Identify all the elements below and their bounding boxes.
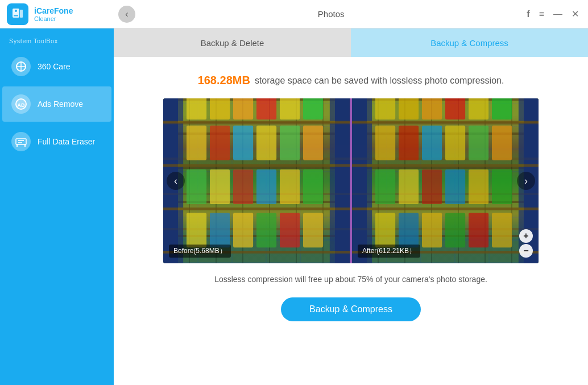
photo-before: Before(5.68MB） <box>163 98 350 263</box>
svg-rect-37 <box>303 169 323 204</box>
storage-info: 168.28MB storage space can be saved with… <box>198 74 504 87</box>
svg-rect-46 <box>352 121 539 124</box>
svg-rect-29 <box>256 126 276 160</box>
svg-rect-54 <box>469 98 488 119</box>
svg-rect-38 <box>187 213 206 247</box>
backup-compress-button[interactable]: Backup & Compress <box>281 297 421 321</box>
sidebar-item-full-data-eraser[interactable]: Full Data Eraser <box>2 124 111 159</box>
window-title: Photos <box>135 9 527 19</box>
360-care-icon <box>11 57 31 76</box>
svg-rect-50 <box>375 98 395 119</box>
zoom-controls: + − <box>519 229 533 258</box>
svg-rect-52 <box>422 98 442 119</box>
back-button[interactable]: ‹ <box>118 6 135 23</box>
svg-rect-28 <box>233 126 253 160</box>
ads-remove-icon: AD <box>11 94 31 114</box>
sidebar-item-label-full-data-eraser: Full Data Eraser <box>38 137 95 146</box>
svg-rect-73 <box>492 213 512 247</box>
sidebar-item-label-360-care: 360 Care <box>38 62 71 71</box>
next-photo-button[interactable]: › <box>517 172 535 190</box>
svg-rect-36 <box>280 169 300 204</box>
facebook-icon[interactable]: f <box>527 9 529 19</box>
svg-rect-68 <box>375 213 395 247</box>
after-label: After(612.21KB） <box>358 245 420 258</box>
svg-rect-60 <box>469 126 488 160</box>
tab-backup-compress[interactable]: Backup & Compress <box>351 28 588 57</box>
app-name: iCareFone <box>34 6 73 15</box>
close-icon[interactable]: ✕ <box>572 9 579 19</box>
main-layout: System ToolBox 360 Care AD Ads Remove <box>0 28 588 385</box>
window-controls: f ≡ — ✕ <box>527 9 588 19</box>
svg-rect-24 <box>280 98 300 119</box>
zoom-out-button[interactable]: − <box>519 244 533 258</box>
svg-rect-61 <box>492 126 512 160</box>
before-image <box>163 98 350 263</box>
photo-comparison: ‹ <box>163 98 539 263</box>
svg-rect-62 <box>375 169 395 204</box>
svg-rect-16 <box>163 121 350 124</box>
svg-rect-11 <box>18 142 22 143</box>
title-bar: iCareFone Cleaner ‹ Photos f ≡ — ✕ <box>0 0 588 28</box>
svg-text:AD: AD <box>18 102 25 108</box>
svg-rect-26 <box>187 126 206 160</box>
minimize-icon[interactable]: — <box>553 9 562 19</box>
svg-rect-70 <box>422 213 442 247</box>
svg-rect-55 <box>492 98 512 119</box>
svg-rect-9 <box>16 139 26 144</box>
svg-rect-20 <box>187 98 206 119</box>
svg-rect-72 <box>469 213 488 247</box>
sidebar-item-ads-remove[interactable]: AD Ads Remove <box>2 86 111 122</box>
svg-rect-64 <box>422 169 442 204</box>
tabs: Backup & Delete Backup & Compress <box>114 28 588 57</box>
sidebar: System ToolBox 360 Care AD Ads Remove <box>0 28 114 385</box>
svg-rect-23 <box>256 98 276 119</box>
svg-rect-63 <box>399 169 419 204</box>
svg-rect-40 <box>233 213 253 247</box>
prev-photo-button[interactable]: ‹ <box>167 172 185 190</box>
sidebar-section-label: System ToolBox <box>0 33 114 48</box>
svg-rect-41 <box>256 213 276 247</box>
svg-rect-57 <box>399 126 419 160</box>
logo-icon <box>7 3 28 25</box>
svg-rect-33 <box>210 169 230 204</box>
after-image <box>352 98 539 263</box>
app-logo: iCareFone Cleaner <box>0 3 114 25</box>
svg-rect-56 <box>375 126 395 160</box>
before-label: Before(5.68MB） <box>169 245 231 258</box>
svg-rect-71 <box>445 213 465 247</box>
storage-size: 168.28MB <box>198 74 250 87</box>
sidebar-item-label-ads-remove: Ads Remove <box>38 100 83 109</box>
tab-backup-delete[interactable]: Backup & Delete <box>114 28 351 57</box>
menu-icon[interactable]: ≡ <box>539 9 544 19</box>
svg-rect-42 <box>280 213 300 247</box>
svg-rect-35 <box>256 169 276 204</box>
photo-after: After(612.21KB） + − <box>352 98 539 263</box>
svg-rect-65 <box>445 169 465 204</box>
svg-rect-18 <box>163 208 350 210</box>
svg-rect-48 <box>352 208 539 210</box>
svg-rect-21 <box>210 98 230 119</box>
storage-text: storage space can be saved with lossless… <box>255 76 504 86</box>
lossless-description: Lossless compression will free up about … <box>214 275 487 284</box>
svg-rect-32 <box>187 169 206 204</box>
content-body: 168.28MB storage space can be saved with… <box>114 57 588 385</box>
svg-point-1 <box>15 10 17 12</box>
svg-rect-30 <box>280 126 300 160</box>
svg-rect-59 <box>445 126 465 160</box>
svg-rect-58 <box>422 126 442 160</box>
svg-rect-10 <box>18 140 24 141</box>
logo-text: iCareFone Cleaner <box>34 6 73 22</box>
svg-rect-31 <box>303 126 323 160</box>
full-data-eraser-icon <box>11 132 31 151</box>
svg-rect-66 <box>469 169 488 204</box>
svg-rect-53 <box>445 98 465 119</box>
svg-rect-69 <box>399 213 419 247</box>
svg-rect-39 <box>210 213 230 247</box>
svg-rect-47 <box>352 164 539 167</box>
svg-rect-25 <box>303 98 323 119</box>
svg-rect-34 <box>233 169 253 204</box>
zoom-in-button[interactable]: + <box>519 229 533 243</box>
svg-rect-67 <box>492 169 512 204</box>
sidebar-item-360-care[interactable]: 360 Care <box>2 49 111 84</box>
svg-rect-17 <box>163 164 350 167</box>
